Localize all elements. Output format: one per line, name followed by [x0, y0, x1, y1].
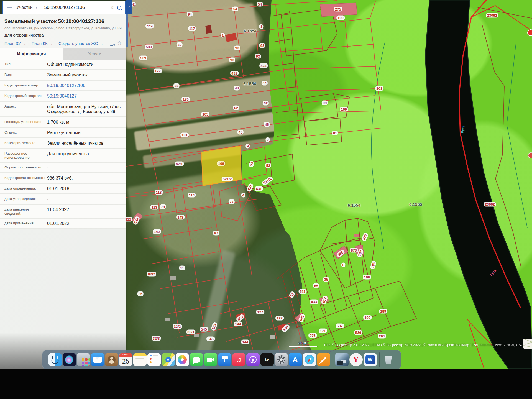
dock-launchpad[interactable] — [77, 353, 90, 366]
parcel-label: 23062 — [484, 202, 496, 207]
parcel-label: 54 — [257, 2, 263, 7]
parcel-label: 44 — [234, 86, 240, 91]
dock-photos[interactable] — [176, 353, 189, 366]
safari-compass-icon — [305, 355, 314, 364]
parcel-label: 62 — [233, 106, 239, 110]
tab-services[interactable]: Услуги — [63, 48, 126, 60]
podcasts-icon — [249, 356, 257, 363]
dock-apple-tv[interactable]: tv — [260, 353, 274, 366]
dock-maps[interactable] — [162, 353, 175, 366]
parcel-label: 106 — [217, 161, 225, 166]
dock-messages[interactable] — [190, 353, 203, 366]
dock-calendar[interactable]: ИЮНЬ 25 — [119, 353, 132, 366]
parcel-label: 6.1554 — [243, 29, 258, 33]
info-row: дата определения:01.01.2018 — [0, 184, 126, 194]
map-marker-icon[interactable] — [527, 29, 532, 36]
parcel-label: 190 — [363, 315, 372, 320]
calendar-day: 25 — [119, 357, 132, 366]
dock-podcasts[interactable] — [246, 353, 260, 366]
notes-icon — [133, 353, 147, 356]
parcel-label: 93 — [255, 54, 261, 59]
siri-icon — [65, 355, 73, 364]
chevron-down-icon[interactable]: ▼ — [35, 6, 38, 9]
parcel-label: 4 — [241, 193, 245, 198]
info-row: дата внесения сведений:11.04.2022 — [0, 205, 126, 219]
search-category-select[interactable]: Участки — [16, 5, 33, 10]
dock-finder[interactable] — [48, 353, 62, 366]
parcel-label: 100 — [336, 16, 345, 20]
menu-icon[interactable] — [7, 6, 12, 10]
map-marker-icon[interactable] — [528, 152, 532, 158]
parcel-label: 45 — [264, 122, 270, 127]
parcel-label: 144 — [234, 322, 242, 326]
dock: ИЮНЬ 25 ♫ tv A Y W — [42, 350, 401, 369]
dock-yandex-browser[interactable]: Y — [349, 353, 363, 366]
parcel-label: 189 — [379, 309, 387, 314]
contacts-icon — [108, 356, 116, 364]
create-parcel-link[interactable]: Создать участок ЖС → — [58, 41, 103, 46]
plan-zu-link[interactable]: План ЗУ → — [4, 41, 26, 46]
dock-mail[interactable] — [91, 353, 104, 366]
parcel-label: 976 — [308, 333, 317, 338]
parcel-label: 113 — [150, 205, 158, 210]
dock-pages[interactable] — [317, 353, 330, 366]
doc-search-icon[interactable] — [110, 41, 114, 46]
dock-keynote[interactable] — [218, 353, 231, 366]
reminders-icon — [150, 355, 158, 365]
panel-edge — [126, 14, 128, 47]
dock-notes[interactable] — [133, 353, 147, 366]
parcel-label: 93 — [259, 43, 265, 48]
cadastral-quarter-link[interactable]: 50:19:0040127 — [45, 94, 122, 99]
parcel-usage: Для огородничества — [4, 33, 122, 37]
parcel-label: 142 — [153, 229, 161, 234]
parcel-label: 99 — [322, 101, 328, 105]
dock-word[interactable]: W — [364, 353, 377, 366]
parcel-title: Земельный участок 50:19:0040127:106 — [4, 18, 122, 24]
screen: 5294449117545413015395399393939317243243… — [0, 0, 532, 369]
parcel-label: 94 — [187, 12, 193, 17]
parcel-label: 93 — [229, 58, 235, 62]
dock-contacts[interactable] — [105, 353, 118, 366]
parcel-label: 171 — [319, 329, 327, 333]
info-row: Кадастровый квартал:50:19:0040127 — [0, 91, 126, 102]
parcel-label: 537 — [336, 324, 344, 328]
search-icon[interactable] — [117, 6, 121, 10]
parcel-label: 82/1 — [175, 162, 184, 166]
star-icon[interactable]: ☆ — [117, 41, 122, 45]
info-row: дата применения:01.01.2022 — [0, 219, 126, 229]
plan-kk-link[interactable]: План КК → — [32, 41, 53, 46]
app-store-icon: A — [293, 355, 298, 364]
dock-safari[interactable] — [303, 353, 316, 366]
dock-trash[interactable] — [382, 353, 395, 366]
dock-system-preferences[interactable] — [275, 353, 288, 366]
cadastral-number-link[interactable]: 50:19:0040127:106 — [45, 83, 122, 88]
parcel-label: 77 — [229, 200, 235, 204]
parcel-label: 170 — [181, 97, 190, 102]
collapse-panel-button[interactable]: ‹ — [126, 0, 132, 14]
dock-siri[interactable] — [63, 353, 76, 366]
tab-information[interactable]: Информация — [0, 48, 63, 60]
gear-icon — [277, 355, 285, 364]
search-input[interactable]: 50:19:0040127:106 — [44, 5, 110, 10]
map-canvas[interactable]: 5294449117545413015395399393939317243243… — [126, 0, 532, 369]
info-row: Статус:Ранее учтенный — [0, 128, 126, 138]
dock-facetime[interactable] — [204, 353, 217, 366]
parcel-label: 172 — [154, 69, 162, 73]
dock-music[interactable]: ♫ — [232, 353, 245, 366]
dock-window-thumbnail[interactable] — [335, 353, 349, 366]
parcel-label: 86 — [137, 291, 144, 296]
clear-search-icon[interactable]: ✕ — [110, 5, 114, 10]
photos-icon — [178, 355, 187, 364]
info-row: Категория земель:Земли населённых пункто… — [0, 138, 126, 149]
window-thumbnail-icon — [337, 361, 343, 365]
parcel-label: 511 — [299, 289, 307, 294]
parcel-label: 6.1555 — [408, 202, 423, 207]
keynote-icon — [222, 356, 228, 363]
dock-app-store[interactable]: A — [289, 353, 302, 366]
parcel-label: 6 — [341, 263, 345, 267]
dock-reminders[interactable] — [147, 353, 161, 366]
parcel-label: 32/2 — [173, 324, 182, 329]
overview-inset[interactable] — [523, 339, 532, 349]
parcel-label: 32/3 — [152, 336, 161, 341]
parcel-label: 433 — [310, 300, 318, 304]
